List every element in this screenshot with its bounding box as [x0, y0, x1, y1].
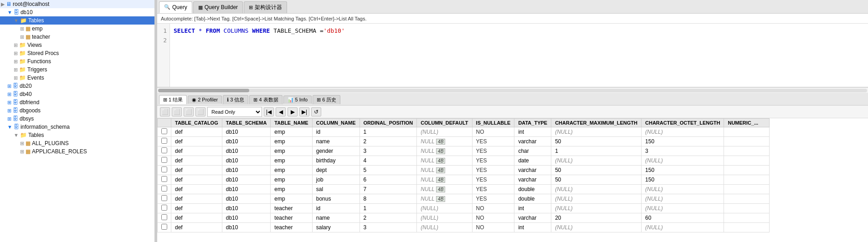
- row-3-maxlen: (NULL): [551, 156, 642, 166]
- result-tab-info-icon: ℹ: [227, 97, 229, 103]
- sidebar-item-dbgoods[interactable]: ⊞ 🗄 dbgoods: [0, 106, 154, 115]
- row-5-checkbox[interactable]: [161, 176, 167, 182]
- row-10-checkbox[interactable]: [161, 224, 167, 230]
- information_schema-label: information_schema: [21, 124, 70, 130]
- row-4-checkbox[interactable]: [161, 166, 167, 172]
- col-header-default[interactable]: COLUMN_DEFAULT: [417, 119, 472, 127]
- query-line-2[interactable]: [174, 36, 864, 45]
- toolbar-btn-copy[interactable]: ⬜: [172, 107, 182, 116]
- table-row[interactable]: defdb10empid1(NULL)NOint(NULL)(NULL): [158, 127, 770, 137]
- result-tab-info5[interactable]: 📊5 Info: [283, 96, 312, 104]
- sidebar-item-is_tables[interactable]: ▼ 📁 Tables: [0, 131, 154, 139]
- table-row[interactable]: defdb10empname2NULL 4BYESvarchar50150: [158, 137, 770, 146]
- scrollbar-thumb[interactable]: [158, 89, 249, 92]
- toolbar-btn-settings[interactable]: ⬜: [195, 107, 205, 116]
- sidebar-item-all_plugins[interactable]: ⊞ ▦ ALL_PLUGINS: [0, 139, 154, 147]
- col-header-maxlen[interactable]: CHARACTER_MAXIMUM_LENGTH: [551, 119, 642, 127]
- result-tab-info[interactable]: ℹ3 信息: [223, 95, 248, 104]
- col-header-datatype[interactable]: DATA_TYPE: [514, 119, 551, 127]
- sidebar-item-events[interactable]: ⊞ 📁 Events: [0, 74, 154, 82]
- table-row[interactable]: defdb10empsal7NULL 4BYESdouble(NULL)(NUL…: [158, 185, 770, 194]
- table-row[interactable]: defdb10empjob6NULL 4BYESvarchar50150: [158, 175, 770, 185]
- sidebar-item-db20[interactable]: ⊞ 🗄 db20: [0, 82, 154, 90]
- result-tab-profiler[interactable]: ◉2 Profiler: [188, 96, 222, 104]
- dbfriend-expand-icon: ⊞: [7, 100, 11, 106]
- row-6-checkbox[interactable]: [161, 186, 167, 192]
- editor-scrollbar[interactable]: [157, 87, 868, 93]
- toolbar-btn-paste[interactable]: ⬜: [184, 107, 194, 116]
- result-tab-results-icon: ⊞: [163, 97, 167, 103]
- sidebar-item-views[interactable]: ⊞ 📁 Views: [0, 41, 154, 49]
- table-row[interactable]: defdb10teachername2(NULL)NOvarchar2060: [158, 213, 770, 223]
- toolbar-btn-first[interactable]: |◀: [264, 107, 274, 116]
- sidebar-item-dbsys[interactable]: ⊞ 🗄 dbsys: [0, 115, 154, 123]
- row-1-nullable: YES: [472, 137, 514, 146]
- row-4-tablename: emp: [271, 166, 312, 175]
- sidebar-item-tables[interactable]: ▼ 📁 Tables: [0, 16, 154, 25]
- data-table-container[interactable]: TABLE_CATALOG TABLE_SCHEMA TABLE_NAME CO…: [157, 118, 868, 242]
- row-2-checkbox[interactable]: [161, 147, 167, 153]
- sidebar-item-applicable_roles[interactable]: ⊞ ▦ APPLICABLE_ROLES: [0, 147, 154, 156]
- sidebar-item-db40[interactable]: ⊞ 🗄 db40: [0, 90, 154, 98]
- col-header-tablename[interactable]: TABLE_NAME: [271, 119, 312, 127]
- tab-query_builder[interactable]: ▦Query Builder: [193, 1, 243, 13]
- query-line-1[interactable]: SELECT * FROM COLUMNS WHERE TABLE_SCHEMA…: [174, 26, 864, 36]
- sql-table-name: COLUMNS: [224, 27, 252, 34]
- toolbar-btn-next[interactable]: ▶: [288, 107, 298, 116]
- row-2-schema: db10: [222, 146, 271, 156]
- col-header-numeric[interactable]: NUMERIC_...: [724, 119, 770, 127]
- mode-select[interactable]: Read Only Editable: [207, 107, 262, 117]
- dbsys-label: dbsys: [20, 116, 34, 122]
- result-tab-history[interactable]: ⊞6 历史: [313, 95, 340, 104]
- query-content[interactable]: SELECT * FROM COLUMNS WHERE TABLE_SCHEMA…: [170, 24, 868, 87]
- sidebar-item-db10[interactable]: ▼ 🗄 db10: [0, 8, 154, 16]
- col-header-schema[interactable]: TABLE_SCHEMA: [222, 119, 271, 127]
- col-header-colname[interactable]: COLUMN_NAME: [312, 119, 360, 127]
- table-row[interactable]: defdb10empdept5NULL 4BYESvarchar50150: [158, 166, 770, 175]
- table-row[interactable]: defdb10teacherid1(NULL)NOint(NULL)(NULL): [158, 204, 770, 213]
- row-9-checkbox[interactable]: [161, 214, 167, 220]
- row-7-checkbox[interactable]: [161, 195, 167, 201]
- row-10-numeric: [724, 223, 770, 232]
- result-tab-tabledata[interactable]: ⊞4 表数据: [249, 95, 282, 104]
- col-header-octet[interactable]: CHARACTER_OCTET_LENGTH: [642, 119, 724, 127]
- toolbar-btn-export[interactable]: ⬜: [160, 107, 170, 116]
- row-8-checkbox[interactable]: [161, 205, 167, 211]
- col-header-check[interactable]: [158, 119, 171, 127]
- row-2-nullable: YES: [472, 146, 514, 156]
- query-editor[interactable]: 1 2 SELECT * FROM COLUMNS WHERE TABLE_SC…: [157, 24, 868, 87]
- tab-query[interactable]: 🔍Query: [159, 1, 192, 13]
- teacher-expand-icon: ⊞: [20, 34, 24, 40]
- table-row[interactable]: defdb10teachersalary3(NULL)NOint(NULL)(N…: [158, 223, 770, 232]
- row-10-schema: db10: [222, 223, 271, 232]
- toolbar-btn-last[interactable]: ▶|: [299, 107, 309, 116]
- row-0-ordinal: 1: [360, 127, 417, 137]
- sidebar-item-functions[interactable]: ⊞ 📁 Functions: [0, 57, 154, 66]
- row-1-ordinal: 2: [360, 137, 417, 146]
- sidebar-item-root[interactable]: ▶ 🖥 root@localhost: [0, 0, 154, 8]
- table-row[interactable]: defdb10empbirthday4NULL 4BYESdate(NULL)(…: [158, 156, 770, 166]
- row-0-checkbox[interactable]: [161, 128, 167, 134]
- sidebar-item-teacher[interactable]: ⊞ ▦ teacher: [0, 33, 154, 41]
- toolbar-btn-prev[interactable]: ◀: [276, 107, 286, 116]
- row-3-checkbox[interactable]: [161, 157, 167, 163]
- sidebar-item-storedprocs[interactable]: ⊞ 📁 Stored Procs: [0, 49, 154, 57]
- tab-query_builder-icon: ▦: [198, 5, 203, 10]
- table-row[interactable]: defdb10empgender3NULL 4BYESchar13: [158, 146, 770, 156]
- col-header-ordinal[interactable]: ORDINAL_POSITION: [360, 119, 417, 127]
- events-label: Events: [27, 75, 44, 81]
- sidebar-item-information_schema[interactable]: ▼ 🗄 information_schema: [0, 123, 154, 131]
- row-1-checkbox[interactable]: [161, 138, 167, 144]
- col-header-catalog[interactable]: TABLE_CATALOG: [171, 119, 222, 127]
- dbsys-expand-icon: ⊞: [7, 116, 11, 122]
- sidebar-item-emp[interactable]: ⊞ ▦ emp: [0, 25, 154, 33]
- sidebar-item-triggers[interactable]: ⊞ 📁 Triggers: [0, 66, 154, 74]
- scrollbar-track[interactable]: [158, 89, 867, 92]
- result-tab-results[interactable]: ⊞1 结果: [159, 95, 187, 104]
- table-row[interactable]: defdb10empbonus8NULL 4BYESdouble(NULL)(N…: [158, 194, 770, 204]
- tab-schema_designer[interactable]: ⊞架构设计器: [244, 1, 287, 13]
- sidebar-item-dbfriend[interactable]: ⊞ 🗄 dbfriend: [0, 98, 154, 106]
- col-header-nullable[interactable]: IS_NULLABLE: [472, 119, 514, 127]
- toolbar-btn-refresh[interactable]: ↺: [311, 107, 321, 116]
- functions-expand-icon: ⊞: [14, 59, 18, 65]
